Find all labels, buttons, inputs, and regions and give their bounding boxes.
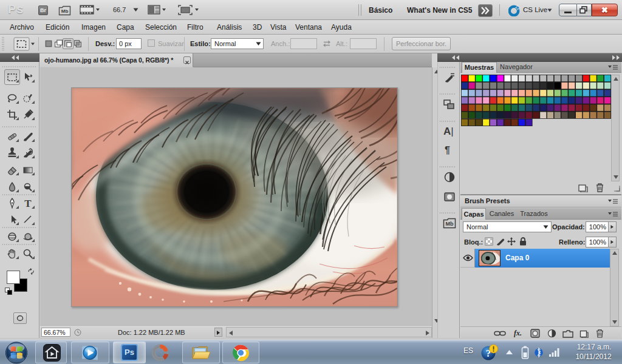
svg-text:Mb: Mb xyxy=(446,221,454,227)
svg-text:T: T xyxy=(24,198,32,209)
svg-text:Mb: Mb xyxy=(61,8,69,14)
